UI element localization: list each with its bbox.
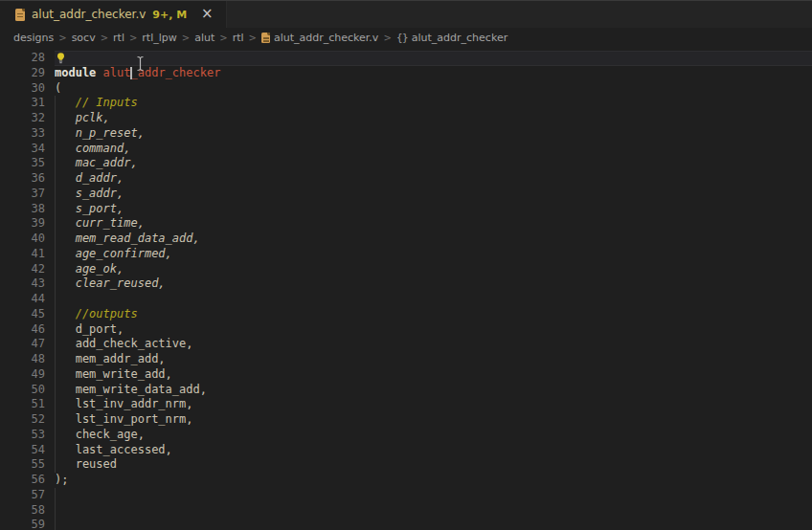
token-port-out: d_port, — [55, 322, 124, 336]
line-content[interactable]: ( — [55, 81, 812, 97]
token-port-in: n_p_reset, — [55, 126, 145, 140]
breadcrumb-item-rtl[interactable]: rtl — [233, 32, 244, 44]
line-number: 42 — [0, 262, 55, 277]
line-content[interactable] — [55, 51, 812, 66]
code-editor[interactable]: 2829module alut_addr_checker30(31 // Inp… — [0, 48, 812, 530]
code-line-33: 33 n_p_reset, — [0, 126, 812, 142]
line-content[interactable] — [55, 292, 812, 307]
line-content[interactable]: lst_inv_addr_nrm, — [55, 397, 812, 412]
breadcrumb-file[interactable]: alut_addr_checker.v — [261, 32, 378, 44]
line-content[interactable]: mac_addr, — [55, 156, 812, 171]
line-content[interactable]: command, — [55, 142, 812, 157]
code-line-52: 52 lst_inv_port_nrm, — [0, 412, 812, 428]
close-icon[interactable]: × — [199, 7, 214, 22]
breadcrumb-item-socv[interactable]: socv — [72, 32, 96, 44]
line-number: 56 — [0, 473, 55, 488]
breadcrumb-item-alut[interactable]: alut — [194, 32, 214, 44]
token-port-in: s_port, — [55, 202, 124, 215]
line-content[interactable]: clear_reused, — [55, 276, 812, 292]
code-line-36: 36 d_addr, — [0, 171, 812, 187]
line-number: 37 — [0, 187, 55, 202]
token-port-in: d_addr, — [55, 171, 124, 185]
breadcrumb-separator: > — [383, 33, 391, 43]
token-comment: //outputs — [55, 307, 138, 320]
breadcrumb-separator: > — [249, 33, 257, 43]
vscode-window: alut_addr_checker.v 9+, M × designs>socv… — [0, 0, 812, 530]
line-number: 48 — [0, 352, 55, 367]
line-content[interactable]: module alut_addr_checker — [55, 66, 812, 81]
line-content[interactable]: add_check_active, — [55, 337, 812, 352]
code-line-59: 59 — [0, 518, 812, 530]
line-number: 34 — [0, 142, 55, 157]
line-content[interactable]: mem_write_add, — [55, 367, 812, 383]
line-number: 58 — [0, 503, 55, 519]
line-content[interactable]: last_accessed, — [55, 443, 812, 458]
code-line-46: 46 d_port, — [0, 322, 812, 338]
breadcrumb-symbol[interactable]: {}alut_addr_checker — [396, 32, 508, 44]
line-content[interactable]: age_ok, — [55, 262, 812, 277]
lightbulb-icon[interactable] — [55, 52, 67, 65]
line-content[interactable]: d_port, — [55, 322, 812, 338]
line-content[interactable]: age_confirmed, — [55, 247, 812, 262]
line-content[interactable]: check_age, — [55, 428, 812, 443]
line-content[interactable]: lst_inv_port_nrm, — [55, 412, 812, 428]
line-content[interactable]: // Inputs — [55, 96, 812, 111]
line-content[interactable]: curr_time, — [55, 216, 812, 232]
code-line-50: 50 mem_write_data_add, — [0, 383, 812, 398]
line-number: 55 — [0, 457, 55, 473]
line-number: 45 — [0, 307, 55, 322]
code-line-47: 47 add_check_active, — [0, 337, 812, 352]
line-content[interactable]: //outputs — [55, 307, 812, 322]
line-content[interactable]: reused — [55, 457, 812, 473]
line-content[interactable]: pclk, — [55, 111, 812, 126]
breadcrumb-item-rtl[interactable]: rtl — [113, 32, 124, 44]
line-number: 59 — [0, 518, 55, 530]
line-number: 32 — [0, 111, 55, 126]
tab-bar: alut_addr_checker.v 9+, M × — [0, 0, 812, 28]
line-content[interactable] — [55, 503, 812, 519]
token-port-in: clear_reused, — [55, 276, 166, 290]
line-content[interactable] — [55, 488, 812, 503]
token-port-out: check_age, — [55, 428, 145, 441]
line-number: 31 — [0, 96, 55, 111]
line-content[interactable]: mem_read_data_add, — [55, 232, 812, 247]
token-port-out: mem_write_add, — [55, 367, 172, 381]
line-number: 40 — [0, 232, 55, 247]
breadcrumb-item-designs[interactable]: designs — [13, 32, 54, 44]
line-content[interactable]: mem_write_data_add, — [55, 383, 812, 398]
line-content[interactable]: s_port, — [55, 202, 812, 217]
tab-label: alut_addr_checker.v — [32, 8, 146, 21]
code-line-35: 35 mac_addr, — [0, 156, 812, 171]
line-number: 33 — [0, 126, 55, 142]
code-line-29: 29module alut_addr_checker — [0, 66, 812, 81]
breadcrumb-separator: > — [182, 33, 190, 43]
code-line-48: 48 mem_addr_add, — [0, 352, 812, 367]
line-number: 50 — [0, 383, 55, 398]
code-line-53: 53 check_age, — [0, 428, 812, 443]
code-line-51: 51 lst_inv_addr_nrm, — [0, 397, 812, 412]
line-content[interactable]: mem_addr_add, — [55, 352, 812, 367]
line-content[interactable]: d_addr, — [55, 171, 812, 187]
line-number: 30 — [0, 81, 55, 97]
symbol-module-icon: {} — [396, 32, 408, 44]
line-number: 53 — [0, 428, 55, 443]
line-content[interactable] — [55, 518, 812, 530]
line-number: 57 — [0, 488, 55, 503]
line-content[interactable]: n_p_reset, — [55, 126, 812, 142]
code-line-54: 54 last_accessed, — [0, 443, 812, 458]
token-port-in: mac_addr, — [55, 156, 138, 169]
tab-alut-addr-checker[interactable]: alut_addr_checker.v 9+, M × — [0, 1, 227, 28]
code-line-34: 34 command, — [0, 142, 812, 157]
line-number: 41 — [0, 247, 55, 262]
line-number: 46 — [0, 322, 55, 338]
line-number: 49 — [0, 367, 55, 383]
breadcrumb-item-rtl_lpw[interactable]: rtl_lpw — [142, 32, 176, 44]
code-line-43: 43 clear_reused, — [0, 276, 812, 292]
token-port-in: s_addr, — [55, 187, 124, 200]
line-content[interactable]: s_addr, — [55, 187, 812, 202]
code-line-44: 44 — [0, 292, 812, 307]
code-line-39: 39 curr_time, — [0, 216, 812, 232]
token-plain: ); — [55, 473, 68, 486]
line-content[interactable]: ); — [55, 473, 812, 488]
code-line-42: 42 age_ok, — [0, 262, 812, 277]
